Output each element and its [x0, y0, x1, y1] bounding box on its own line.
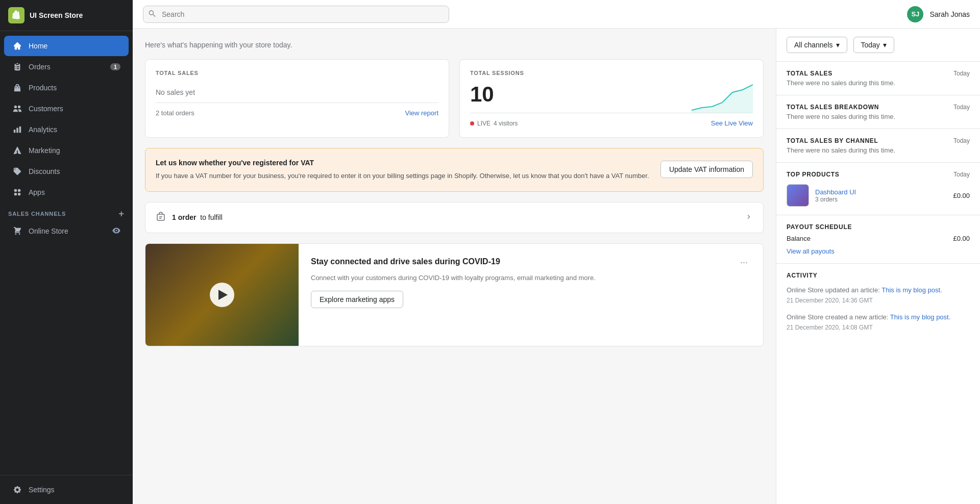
topbar: SJ Sarah Jonas [133, 0, 980, 29]
vat-banner: Let us know whether you've registered fo… [145, 148, 764, 192]
activity-suffix-1: . [940, 286, 942, 294]
apps-icon [12, 187, 22, 197]
search-bar [143, 6, 449, 23]
vat-banner-content: Let us know whether you've registered fo… [156, 159, 650, 181]
activity-link-1[interactable]: This is my blog post [881, 286, 940, 294]
activity-text-1: Online Store updated an article: This is… [787, 285, 970, 296]
more-options-button[interactable]: ··· [737, 256, 751, 269]
page-subtitle: Here's what's happening with your store … [145, 41, 764, 49]
update-vat-button[interactable]: Update VAT information [660, 161, 753, 178]
settings-icon [12, 485, 22, 495]
sidebar-item-analytics[interactable]: Analytics [4, 119, 129, 140]
see-live-view-link[interactable]: See Live View [711, 119, 753, 127]
rp-breakdown-text: There were no sales during this time. [787, 113, 970, 120]
rp-top-products-header: TOP PRODUCTS Today [787, 171, 970, 178]
sidebar-item-marketing-label: Marketing [29, 146, 60, 155]
vat-banner-text: If you have a VAT number for your busine… [156, 171, 650, 181]
eye-icon[interactable] [112, 226, 120, 236]
total-sessions-label: TOTAL SESSIONS [470, 70, 524, 76]
blog-card: Stay connected and drive sales during CO… [145, 243, 764, 346]
rp-payout-header: PAYOUT SCHEDULE [787, 223, 970, 231]
live-dot [470, 121, 474, 125]
rp-activity-section: ACTIVITY Online Store updated an article… [776, 264, 980, 347]
fulfill-icon [156, 212, 166, 223]
sidebar-header: UI Screen Store [0, 0, 133, 31]
vat-banner-title: Let us know whether you've registered fo… [156, 159, 650, 167]
activity-timestamp-1: 21 December 2020, 14:36 GMT [787, 297, 970, 304]
activity-prefix-1: Online Store updated an article: [787, 286, 881, 294]
search-input[interactable] [143, 6, 449, 23]
avatar: SJ [907, 6, 923, 22]
rp-balance-row: Balance £0.00 [787, 235, 970, 242]
rp-total-sales-time: Today [953, 70, 970, 77]
rp-breakdown-header: TOTAL SALES BREAKDOWN Today [787, 104, 970, 111]
sidebar-footer: Settings [0, 475, 133, 504]
rp-total-sales-breakdown-section: TOTAL SALES BREAKDOWN Today There were n… [776, 95, 980, 129]
sidebar-item-online-store[interactable]: Online Store [4, 221, 129, 241]
sidebar-item-orders[interactable]: Orders 1 [4, 57, 129, 77]
today-label: Today [861, 41, 880, 49]
rp-by-channel-time: Today [953, 137, 970, 144]
rp-top-products-section: TOP PRODUCTS Today Dashboard UI 3 orders… [776, 163, 980, 215]
store-icon [12, 226, 22, 236]
blog-image [145, 244, 299, 346]
discounts-icon [12, 166, 22, 177]
product-name-link[interactable]: Dashboard UI [815, 188, 856, 196]
rp-total-sales-by-channel-section: TOTAL SALES BY CHANNEL Today There were … [776, 129, 980, 163]
sidebar: UI Screen Store Home Orders 1 [0, 0, 133, 504]
blog-title: Stay connected and drive sales during CO… [311, 256, 737, 267]
rp-by-channel-text: There were no sales during this time. [787, 146, 970, 154]
view-all-payouts-link[interactable]: View all payouts [787, 247, 970, 255]
sidebar-item-apps[interactable]: Apps [4, 182, 129, 203]
sidebar-settings-label: Settings [29, 486, 55, 494]
sessions-value: 10 [470, 82, 494, 107]
customers-icon [12, 104, 22, 114]
activity-timestamp-2: 21 December 2020, 14:08 GMT [787, 324, 970, 331]
rp-activity-title: ACTIVITY [787, 272, 970, 279]
view-report-link[interactable]: View report [405, 109, 438, 117]
analytics-icon [12, 124, 22, 135]
search-icon [148, 9, 156, 19]
sidebar-item-analytics-label: Analytics [29, 125, 57, 134]
sidebar-item-discounts[interactable]: Discounts [4, 161, 129, 182]
sidebar-item-products-label: Products [29, 84, 57, 92]
sidebar-item-apps-label: Apps [29, 188, 45, 196]
all-channels-filter-button[interactable]: All channels ▾ [787, 37, 847, 53]
product-image-inner [787, 185, 808, 206]
chevron-right-icon [745, 213, 753, 222]
sales-channels-section: SALES CHANNELS + [0, 203, 133, 220]
shopify-logo-icon [8, 7, 24, 23]
rp-total-sales-title: TOTAL SALES [787, 70, 832, 77]
explore-marketing-apps-button[interactable]: Explore marketing apps [311, 291, 403, 308]
add-channel-button[interactable]: + [119, 209, 125, 218]
play-button[interactable] [210, 283, 234, 307]
chevron-down-icon: ▾ [883, 41, 887, 49]
balance-label: Balance [787, 235, 811, 242]
live-label: LIVE [477, 120, 491, 127]
rp-payout-title: PAYOUT SCHEDULE [787, 223, 852, 231]
chevron-down-icon: ▾ [836, 41, 840, 49]
right-panel: All channels ▾ Today ▾ TOTAL SALES Today… [776, 29, 980, 504]
orders-badge: 1 [110, 63, 120, 70]
rp-total-sales-text: There were no sales during this time. [787, 79, 970, 87]
activity-link-2[interactable]: This is my blog post [890, 313, 949, 321]
product-info: Dashboard UI 3 orders [815, 188, 947, 203]
fulfill-left: 1 order to fulfill [156, 212, 223, 223]
today-filter-button[interactable]: Today ▾ [853, 37, 894, 53]
orders-icon [12, 62, 22, 72]
sidebar-item-products[interactable]: Products [4, 78, 129, 98]
marketing-icon [12, 145, 22, 156]
sidebar-item-home[interactable]: Home [4, 36, 129, 56]
fulfill-orders-count: 1 order [172, 213, 196, 221]
product-price: £0.00 [953, 192, 970, 199]
activity-item-1: Online Store updated an article: This is… [787, 285, 970, 304]
sidebar-item-settings[interactable]: Settings [4, 480, 129, 500]
sessions-chart [494, 82, 753, 113]
blog-content: Stay connected and drive sales during CO… [299, 244, 763, 346]
main-content: Here's what's happening with your store … [133, 29, 776, 504]
rp-payout-schedule-section: PAYOUT SCHEDULE Balance £0.00 View all p… [776, 215, 980, 264]
sidebar-item-customers[interactable]: Customers [4, 98, 129, 119]
sidebar-item-marketing[interactable]: Marketing [4, 140, 129, 161]
main-area: SJ Sarah Jonas Here's what's happening w… [133, 0, 980, 504]
fulfill-card[interactable]: 1 order to fulfill [145, 202, 764, 233]
